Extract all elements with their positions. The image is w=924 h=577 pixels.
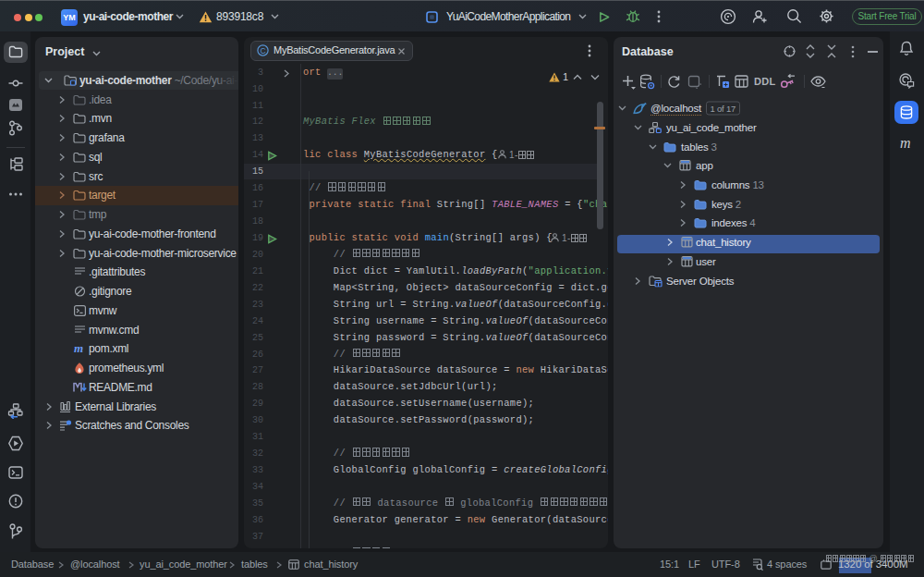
svg-text:C: C bbox=[260, 46, 265, 55]
